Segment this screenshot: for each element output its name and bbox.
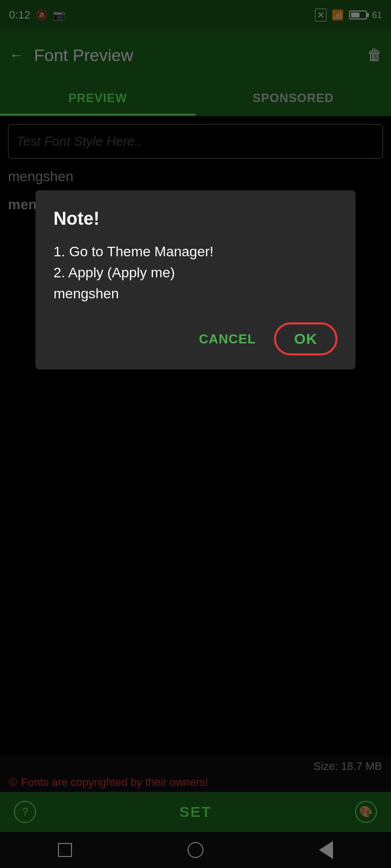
ok-button[interactable]: OK (274, 322, 338, 355)
dialog-body: 1. Go to Theme Manager! 2. Apply (Apply … (54, 241, 338, 304)
cancel-button[interactable]: CANCEL (191, 326, 264, 352)
note-dialog: Note! 1. Go to Theme Manager! 2. Apply (… (36, 190, 356, 369)
dialog-title: Note! (54, 208, 338, 229)
dialog-overlay: Note! 1. Go to Theme Manager! 2. Apply (… (0, 0, 391, 868)
dialog-actions: CANCEL OK (54, 322, 338, 355)
